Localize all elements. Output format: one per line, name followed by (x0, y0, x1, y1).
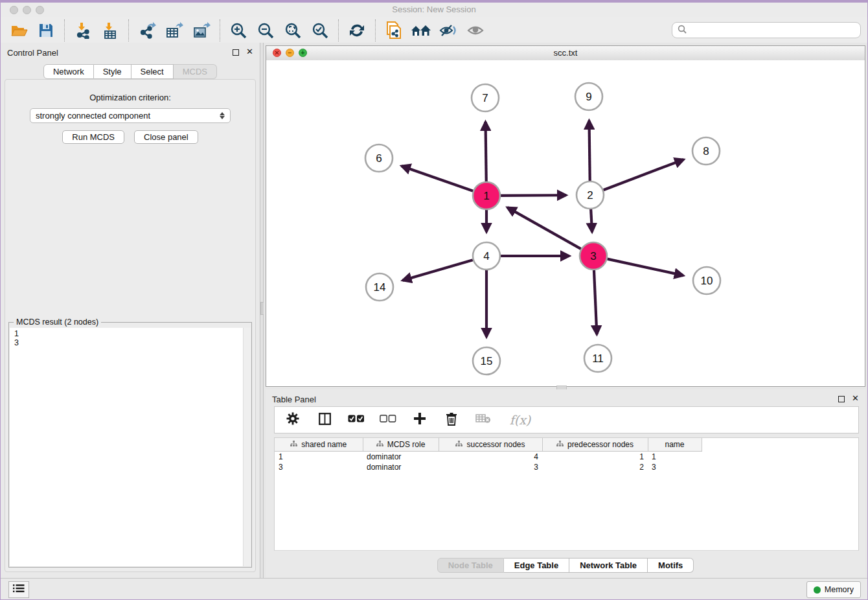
show-column-panel-button[interactable] (317, 412, 332, 428)
search-input[interactable] (691, 25, 855, 36)
show-all-button[interactable] (466, 21, 485, 40)
column-header-predecessor-nodes[interactable]: predecessor nodes (542, 438, 648, 452)
table-cell[interactable]: dominator (363, 462, 439, 472)
save-session-button[interactable] (37, 21, 55, 40)
table-cell[interactable]: 1 (648, 452, 702, 463)
table-cell[interactable]: 4 (439, 452, 542, 463)
table-cell[interactable]: 1 (275, 452, 363, 463)
tab-style[interactable]: Style (94, 64, 131, 79)
control-panel-close-button[interactable]: ✕ (246, 47, 253, 56)
task-history-button[interactable] (8, 581, 29, 598)
export-network-icon (138, 22, 156, 39)
zoom-in-button[interactable] (229, 21, 247, 40)
tab-select[interactable]: Select (131, 64, 174, 79)
export-network-button[interactable] (138, 21, 156, 40)
graph-edge-1-2[interactable] (501, 195, 566, 196)
node-table[interactable]: shared nameMCDS rolesuccessor nodesprede… (274, 437, 859, 551)
network-window-titlebar[interactable]: ✕ − + scc.txt (266, 46, 865, 61)
table-cell[interactable]: 3 (275, 462, 363, 472)
table-cell[interactable]: 2 (542, 462, 648, 472)
hide-selected-button[interactable] (439, 21, 457, 40)
table-panel-float-button[interactable] (838, 396, 845, 402)
function-builder-button[interactable]: f(x) (507, 412, 533, 428)
close-panel-button[interactable]: Close panel (134, 130, 198, 144)
import-network-button[interactable] (74, 21, 92, 40)
control-panel-float-button[interactable] (233, 49, 239, 56)
export-image-icon (192, 22, 211, 39)
tab-mcds[interactable]: MCDS (174, 64, 217, 79)
search-field[interactable] (672, 22, 861, 38)
zoom-fit-button[interactable] (284, 21, 302, 40)
table-row[interactable]: 3dominator323 (275, 462, 702, 472)
save-session-icon (38, 23, 54, 38)
table-cell[interactable]: 3 (648, 462, 702, 472)
table-cell[interactable]: 1 (542, 452, 648, 463)
mcds-result-title: MCDS result (2 nodes) (14, 317, 101, 327)
open-session-button[interactable] (10, 21, 28, 40)
import-table-button[interactable] (101, 21, 119, 40)
export-image-button[interactable] (192, 21, 211, 40)
tree-icon (556, 440, 564, 449)
table-cell[interactable]: dominator (363, 452, 439, 463)
criterion-dropdown-value: strongly connected component (36, 111, 150, 121)
delete-table-button[interactable] (475, 412, 491, 428)
graph-node-label: 7 (482, 92, 488, 104)
graph-node-label: 10 (701, 275, 713, 287)
graph-edge-1-7[interactable] (485, 122, 486, 181)
dropdown-stepper-icon (220, 112, 225, 119)
create-column-button[interactable] (412, 412, 428, 428)
zoom-in-icon (230, 22, 247, 39)
graph-edge-4-14[interactable] (403, 260, 473, 281)
table-row[interactable]: 1dominator411 (275, 452, 702, 463)
graph-edge-3-10[interactable] (607, 259, 683, 275)
column-header-shared-name[interactable]: shared name (275, 438, 363, 452)
table-settings-button[interactable] (285, 412, 301, 428)
criterion-dropdown[interactable]: strongly connected component (30, 108, 231, 123)
deselect-all-icon (380, 414, 396, 426)
delete-column-button[interactable] (444, 412, 459, 428)
window-titlebar: Session: New Session (1, 3, 867, 17)
graph-node-label: 1 (483, 190, 489, 202)
run-mcds-button[interactable]: Run MCDS (62, 130, 124, 144)
graph-edge-2-9[interactable] (589, 121, 589, 181)
duplicate-network-button[interactable] (385, 21, 403, 40)
column-header-name[interactable]: name (648, 438, 702, 452)
open-session-icon (10, 23, 28, 38)
column-header-successor-nodes[interactable]: successor nodes (439, 438, 542, 452)
apply-layout-button[interactable] (348, 21, 366, 40)
table-cell[interactable]: 3 (439, 462, 542, 472)
graph-edge-2-3[interactable] (591, 209, 592, 232)
tab-motifs[interactable]: Motifs (648, 558, 694, 573)
window-title: Session: New Session (1, 5, 867, 14)
mcds-result-scrollbar[interactable] (243, 328, 251, 566)
import-network-icon (74, 22, 91, 39)
select-all-columns-button[interactable] (348, 412, 364, 428)
graph-edge-1-6[interactable] (402, 166, 473, 191)
gear-icon (286, 412, 299, 428)
memory-button-label: Memory (825, 585, 854, 594)
zoom-selected-button[interactable] (311, 21, 329, 40)
tab-network-table[interactable]: Network Table (569, 558, 648, 573)
home-networks-button[interactable] (412, 21, 430, 40)
column-header-MCDS-role[interactable]: MCDS role (363, 438, 439, 452)
network-graph[interactable]: 7968124314101511 (266, 60, 865, 386)
graph-edge-3-11[interactable] (594, 270, 597, 334)
memory-button[interactable]: Memory (806, 581, 861, 598)
network-canvas[interactable]: 7968124314101511 (266, 60, 865, 386)
export-table-button[interactable] (165, 21, 183, 40)
graph-edge-2-8[interactable] (604, 159, 684, 190)
import-table-icon (102, 22, 119, 39)
mcds-result-group: MCDS result (2 nodes) 1 3 (8, 322, 252, 568)
tab-edge-table[interactable]: Edge Table (504, 558, 569, 573)
duplicate-network-icon (385, 21, 402, 40)
tab-network[interactable]: Network (43, 64, 94, 79)
mcds-result-list[interactable]: 1 3 (10, 328, 251, 566)
zoom-out-button[interactable] (257, 21, 275, 40)
show-all-icon (466, 23, 485, 38)
graph-edge-3-1[interactable] (507, 207, 581, 249)
task-list-icon (13, 584, 25, 595)
tab-node-table[interactable]: Node Table (437, 558, 504, 573)
home-networks-icon (411, 23, 431, 38)
deselect-all-columns-button[interactable] (380, 412, 396, 428)
table-panel-close-button[interactable]: ✕ (852, 393, 859, 403)
